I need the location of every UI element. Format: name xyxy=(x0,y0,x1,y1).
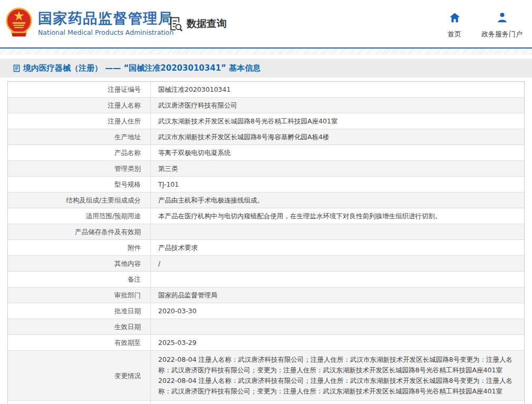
nav-gov-portal-label: 政务服务门户 xyxy=(481,30,523,39)
page-title-bar: 境内医疗器械（注册） —— “国械注准20203010341” 基本信息 xyxy=(0,59,532,78)
table-row: 注详情 xyxy=(8,400,524,404)
row-value: TJ-101 xyxy=(151,177,524,192)
row-value: 国械注准20203010341 xyxy=(151,82,524,97)
org-name-zh: 国家药品监督管理局 xyxy=(38,11,173,26)
row-label-text: 注册人名称 xyxy=(108,101,141,109)
table-row: 产品名称等离子双极电切电凝系统 xyxy=(8,145,524,160)
row-label: 附件 xyxy=(8,240,151,255)
row-label-text: 附件 xyxy=(128,244,141,252)
row-label: 注册人住所 xyxy=(8,113,151,129)
document-icon xyxy=(13,64,20,72)
row-label: 产品储存条件及有效期 xyxy=(8,224,151,239)
change-record-line: 2022-08-04 注册人名称：武汉唐济科技有限公司；注册人住所：武汉市东湖新… xyxy=(158,354,517,376)
table-row: 注册人住所武汉东湖新技术开发区长城园路8号光谷精工科技园A座401室 xyxy=(8,113,524,129)
table-row: 注册证编号国械注准20203010341 xyxy=(8,82,524,97)
table-row: 适用范围/预期用途本产品在医疗机构中与电切内窥镜配合使用，在生理盐水环境下对良性… xyxy=(8,208,524,224)
nav-home[interactable]: 首页 xyxy=(448,12,461,39)
row-value: 2025-03-29 xyxy=(151,335,524,350)
detail-table: 注册证编号国械注准20203010341注册人名称武汉唐济医疗科技有限公司注册人… xyxy=(7,81,525,404)
row-label: 有效期至 xyxy=(8,335,151,350)
table-row: 变更情况2022-08-04 注册人名称：武汉唐济科技有限公司；注册人住所：武汉… xyxy=(8,350,524,400)
row-label: 备注 xyxy=(8,272,151,287)
row-value: 武汉东湖新技术开发区长城园路8号光谷精工科技园A座401室 xyxy=(151,113,524,129)
row-label-text: 产品名称 xyxy=(114,149,141,157)
site-header: 国家药品监督管理局 National Medical Products Admi… xyxy=(0,0,532,47)
row-label-text: 有效期至 xyxy=(114,339,141,347)
table-row: 管理类别第三类 xyxy=(8,160,524,176)
table-row: 生效日期 xyxy=(8,319,524,334)
table-row: 备注 xyxy=(8,271,524,287)
row-label-text: 结构及组成/主要组成成分 xyxy=(66,196,141,204)
table-row: 附件产品技术要求 xyxy=(8,239,524,255)
table-row: 批准日期2020-03-30 xyxy=(8,303,524,319)
row-value xyxy=(151,272,524,287)
row-value: 武汉唐济医疗科技有限公司 xyxy=(151,98,524,113)
row-label-text: 适用范围/预期用途 xyxy=(86,212,141,220)
row-label: 审批部门 xyxy=(8,287,151,303)
home-icon xyxy=(449,12,461,26)
row-label: 注册证编号 xyxy=(8,82,151,97)
row-label: 其他内容 xyxy=(8,256,151,271)
row-label-text: 变更情况 xyxy=(114,372,141,380)
page-title: 境内医疗器械（注册） —— “国械注准20203010341” 基本信息 xyxy=(23,63,260,73)
row-label: 结构及组成/主要组成成分 xyxy=(8,193,151,208)
table-row: 其他内容/ xyxy=(8,255,524,271)
data-query-tab[interactable]: 数据查询 xyxy=(168,16,227,32)
nav-home-label: 首页 xyxy=(448,30,461,39)
org-name-en: National Medical Products Administration xyxy=(38,28,173,36)
row-label: 生产地址 xyxy=(8,129,151,145)
row-value: 产品由主机和手术电极连接线组成。 xyxy=(151,193,524,208)
row-label: 适用范围/预期用途 xyxy=(8,208,151,224)
data-query-label: 数据查询 xyxy=(187,17,227,31)
change-record-line: 2022-08-04 注册人名称：武汉唐济科技有限公司；注册人住所：武汉市东湖新… xyxy=(158,376,517,397)
row-label-text: 管理类别 xyxy=(114,165,141,172)
row-label: 注册人名称 xyxy=(8,98,151,113)
row-label: 型号规格 xyxy=(8,177,151,192)
row-label-text: 备注 xyxy=(128,275,141,283)
row-label-text: 产品储存条件及有效期 xyxy=(75,228,141,236)
row-label-text: 其他内容 xyxy=(114,259,141,267)
row-label-text: 审批部门 xyxy=(114,291,141,299)
row-value xyxy=(151,319,524,334)
row-value: 产品技术要求 xyxy=(151,240,524,255)
nav-gov-portal[interactable]: 政务服务门户 xyxy=(481,12,523,39)
row-value: 等离子双极电切电凝系统 xyxy=(151,145,524,160)
row-label: 注 xyxy=(8,401,151,404)
row-value: 详情 xyxy=(151,401,524,404)
row-label-text: 批准日期 xyxy=(114,307,141,315)
row-value: 国家药品监督管理局 xyxy=(151,287,524,303)
row-value: 武汉市东湖新技术开发区长城园路8号海容基孵化园A栋4楼 xyxy=(151,129,524,145)
national-emblem-logo xyxy=(4,7,34,40)
row-value: 第三类 xyxy=(151,161,524,176)
table-row: 有效期至2025-03-29 xyxy=(8,334,524,350)
row-value: 2020-03-30 xyxy=(151,303,524,319)
row-label: 批准日期 xyxy=(8,303,151,319)
top-nav: 首页 政务服务门户 xyxy=(448,12,523,39)
row-label: 管理类别 xyxy=(8,161,151,176)
row-value: 2022-08-04 注册人名称：武汉唐济科技有限公司；注册人住所：武汉市东湖新… xyxy=(151,351,524,400)
hatched-strip xyxy=(0,49,532,54)
row-value: 本产品在医疗机构中与电切内窥镜配合使用，在生理盐水环境下对良性前列腺增生组织进行… xyxy=(151,208,524,224)
table-row: 产品储存条件及有效期 xyxy=(8,224,524,239)
row-label: 生效日期 xyxy=(8,319,151,334)
org-identity: 国家药品监督管理局 National Medical Products Admi… xyxy=(38,11,173,36)
row-label-text: 注册证编号 xyxy=(108,85,141,93)
document-search-icon xyxy=(168,16,183,32)
user-icon xyxy=(496,12,508,26)
table-row: 型号规格TJ-101 xyxy=(8,176,524,192)
row-label: 产品名称 xyxy=(8,145,151,160)
row-label: 变更情况 xyxy=(8,351,151,400)
row-value xyxy=(151,224,524,239)
row-value: / xyxy=(151,256,524,271)
row-label-text: 生产地址 xyxy=(114,133,141,141)
table-row: 注册人名称武汉唐济医疗科技有限公司 xyxy=(8,97,524,113)
table-row: 审批部门国家药品监督管理局 xyxy=(8,287,524,303)
table-row: 结构及组成/主要组成成分产品由主机和手术电极连接线组成。 xyxy=(8,192,524,208)
row-label-text: 型号规格 xyxy=(114,180,141,188)
table-row: 生产地址武汉市东湖新技术开发区长城园路8号海容基孵化园A栋4楼 xyxy=(8,129,524,145)
row-label-text: 生效日期 xyxy=(114,323,141,331)
row-label-text: 注册人住所 xyxy=(108,117,141,125)
